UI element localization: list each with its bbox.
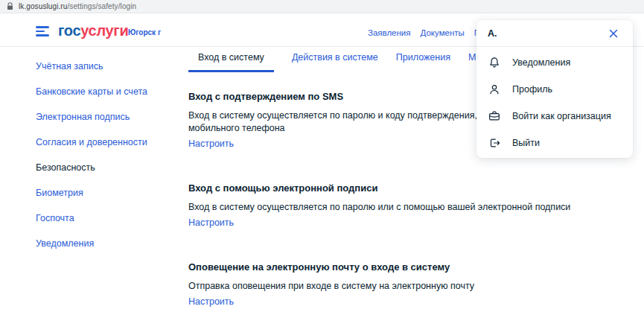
url-path: /settings/safety/login — [67, 2, 136, 10]
user-menu-items: Уведомления Профиль Войти как организаци… — [476, 47, 633, 156]
logo-part-blue: гос — [58, 22, 80, 39]
nav-item-dokumenty[interactable]: Документы — [421, 28, 465, 37]
menu-item-label: Выйти — [512, 138, 540, 148]
close-icon[interactable] — [608, 28, 619, 39]
sidebar-item-e-signature[interactable]: Электронная подпись — [36, 112, 147, 122]
menu-hamburger-icon[interactable] — [36, 26, 49, 36]
configure-esignature-link[interactable]: Настроить — [188, 217, 234, 228]
nav-item-zayavleniya[interactable]: Заявления — [368, 28, 411, 37]
sidebar-item-gospochta[interactable]: Госпочта — [36, 213, 147, 223]
sidebar-item-security[interactable]: Безопасность — [36, 162, 147, 173]
sidebar-item-biometrics[interactable]: Биометрия — [36, 188, 147, 198]
logout-icon — [487, 136, 502, 150]
configure-sms-link[interactable]: Настроить — [188, 139, 234, 149]
user-name-label: А. — [488, 28, 497, 39]
bell-icon — [487, 55, 502, 70]
user-dropdown-menu: А. Уведомления Профиль — [476, 20, 633, 158]
section-title: Вход с помощью электронной подписи — [188, 182, 594, 194]
tab-applications[interactable]: Приложения — [396, 52, 450, 72]
section-email-alert: Оповещение на электронную почту о входе … — [188, 261, 594, 308]
url-domain: lk.gosuslugi.ru — [19, 2, 67, 10]
location-selector[interactable]: Югорск г — [128, 28, 161, 36]
section-description-line1: Вход в систему осуществляется по паролю … — [188, 201, 594, 214]
menu-item-label: Профиль — [512, 84, 552, 95]
sidebar-item-bank-cards[interactable]: Банковские карты и счета — [36, 86, 147, 97]
sidebar-item-consents[interactable]: Согласия и доверенности — [36, 137, 147, 147]
menu-item-notifications[interactable]: Уведомления — [476, 49, 633, 76]
section-esignature-login: Вход с помощью электронной подписи Вход … — [188, 182, 594, 229]
page: lk.gosuslugi.ru/settings/safety/login го… — [0, 0, 644, 315]
tab-login[interactable]: Вход в систему — [188, 52, 274, 72]
settings-sidebar: Учётная запись Банковские карты и счета … — [36, 61, 147, 264]
user-menu-header: А. — [476, 20, 633, 47]
menu-item-login-as-organization[interactable]: Войти как организация — [476, 103, 633, 130]
sidebar-item-notifications[interactable]: Уведомления — [36, 238, 147, 249]
section-title: Оповещение на электронную почту о входе … — [188, 261, 594, 273]
briefcase-icon — [487, 109, 502, 124]
menu-item-label: Войти как организация — [512, 111, 611, 121]
gosuslugi-logo[interactable]: госуслуги — [58, 22, 128, 39]
browser-address-bar[interactable]: lk.gosuslugi.ru/settings/safety/login — [0, 0, 644, 13]
menu-item-profile[interactable]: Профиль — [476, 76, 633, 103]
url-text[interactable]: lk.gosuslugi.ru/settings/safety/login — [19, 2, 136, 10]
section-description-line1: Отправка оповещения при входе в систему … — [188, 280, 594, 293]
sidebar-item-account[interactable]: Учётная запись — [36, 61, 147, 71]
person-icon — [487, 82, 502, 97]
menu-item-label: Уведомления — [512, 57, 570, 68]
tab-actions[interactable]: Действия в системе — [292, 52, 378, 72]
logo-part-red: услуги — [80, 22, 128, 39]
menu-item-logout[interactable]: Выйти — [476, 130, 633, 156]
configure-email-alert-link[interactable]: Настроить — [188, 296, 234, 307]
lock-icon — [7, 2, 13, 10]
